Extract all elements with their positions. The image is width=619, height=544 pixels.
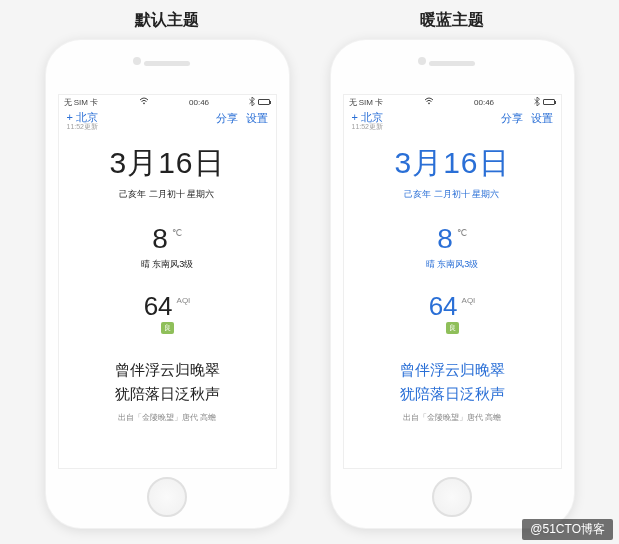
temperature-unit: ℃ [457, 228, 467, 238]
temperature-unit: ℃ [172, 228, 182, 238]
theme-title-blue: 暖蓝主题 [420, 10, 484, 31]
phone-default-theme: 默认主题 无 SIM 卡 00:46 [45, 10, 290, 529]
temperature-value: 8 [152, 225, 168, 253]
main-content: 3月16日 己亥年 二月初十 星期六 8 ℃ 晴 东南风3级 64 AQI 良 … [59, 139, 276, 468]
lunar-date: 己亥年 二月初十 星期六 [404, 188, 499, 201]
poem-source: 出自「金陵晚望」唐代 高蟾 [115, 412, 220, 423]
aqi-value: 64 [429, 293, 458, 319]
carrier-label: 无 SIM 卡 [349, 97, 384, 108]
battery-icon [543, 99, 555, 105]
screen: 无 SIM 卡 00:46 + 北京 11:52更新 [343, 94, 562, 469]
weather-desc: 晴 东南风3级 [426, 258, 479, 271]
update-time-label: 11:52更新 [67, 123, 99, 131]
poem-line-2: 犹陪落日泛秋声 [400, 382, 505, 406]
statusbar-time: 00:46 [474, 98, 494, 107]
share-button[interactable]: 分享 [216, 111, 238, 126]
lunar-date: 己亥年 二月初十 星期六 [119, 188, 214, 201]
date-large: 3月16日 [109, 143, 224, 184]
carrier-label: 无 SIM 卡 [64, 97, 99, 108]
home-button[interactable] [432, 477, 472, 517]
theme-title-default: 默认主题 [135, 10, 199, 31]
status-bar: 无 SIM 卡 00:46 [344, 95, 561, 109]
main-content: 3月16日 己亥年 二月初十 星期六 8 ℃ 晴 东南风3级 64 AQI 良 … [344, 139, 561, 468]
poem-line-2: 犹陪落日泛秋声 [115, 382, 220, 406]
aqi-badge: 良 [446, 322, 459, 334]
app-bar: + 北京 11:52更新 分享 设置 [344, 109, 561, 139]
aqi-value: 64 [144, 293, 173, 319]
bluetooth-icon [249, 97, 255, 108]
svg-point-1 [428, 102, 430, 104]
weather-desc: 晴 东南风3级 [141, 258, 194, 271]
poem-line-1: 曾伴浮云归晚翠 [115, 358, 220, 382]
wifi-icon [139, 97, 149, 107]
phone-frame: 无 SIM 卡 00:46 + 北京 11:52更新 [45, 39, 290, 529]
wifi-icon [424, 97, 434, 107]
watermark: @51CTO博客 [522, 519, 613, 540]
update-time-label: 11:52更新 [352, 123, 384, 131]
app-bar: + 北京 11:52更新 分享 设置 [59, 109, 276, 139]
location-button[interactable]: + 北京 [352, 111, 384, 123]
bluetooth-icon [534, 97, 540, 108]
phone-blue-theme: 暖蓝主题 无 SIM 卡 00:46 [330, 10, 575, 529]
aqi-label: AQI [177, 296, 191, 305]
svg-point-0 [143, 102, 145, 104]
status-bar: 无 SIM 卡 00:46 [59, 95, 276, 109]
date-large: 3月16日 [394, 143, 509, 184]
poem-block: 曾伴浮云归晚翠 犹陪落日泛秋声 出自「金陵晚望」唐代 高蟾 [400, 358, 505, 423]
temperature-value: 8 [437, 225, 453, 253]
screen: 无 SIM 卡 00:46 + 北京 11:52更新 [58, 94, 277, 469]
home-button[interactable] [147, 477, 187, 517]
statusbar-time: 00:46 [189, 98, 209, 107]
poem-source: 出自「金陵晚望」唐代 高蟾 [400, 412, 505, 423]
settings-button[interactable]: 设置 [246, 111, 268, 126]
aqi-label: AQI [462, 296, 476, 305]
battery-icon [258, 99, 270, 105]
phone-frame: 无 SIM 卡 00:46 + 北京 11:52更新 [330, 39, 575, 529]
share-button[interactable]: 分享 [501, 111, 523, 126]
poem-block: 曾伴浮云归晚翠 犹陪落日泛秋声 出自「金陵晚望」唐代 高蟾 [115, 358, 220, 423]
poem-line-1: 曾伴浮云归晚翠 [400, 358, 505, 382]
settings-button[interactable]: 设置 [531, 111, 553, 126]
aqi-badge: 良 [161, 322, 174, 334]
location-button[interactable]: + 北京 [67, 111, 99, 123]
